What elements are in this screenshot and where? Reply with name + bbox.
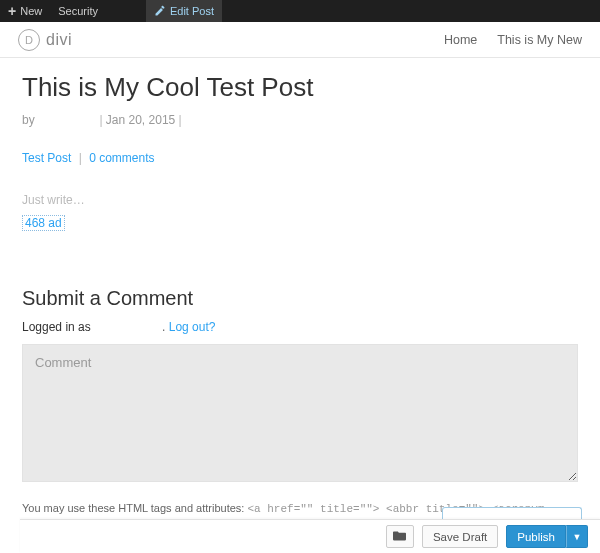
comments-heading: Submit a Comment xyxy=(22,287,578,310)
logo-text: divi xyxy=(46,31,72,49)
chevron-down-icon: ▼ xyxy=(573,532,582,542)
site-header: D divi Home This is My New xyxy=(0,22,600,58)
save-draft-button[interactable]: Save Draft xyxy=(422,525,498,548)
publish-options-caret[interactable]: ▼ xyxy=(566,525,588,548)
meta-by-label: by xyxy=(22,113,35,127)
comments-loggedin: Logged in as . Log out? xyxy=(22,320,578,334)
folder-icon xyxy=(393,529,406,544)
adminbar-new-label: New xyxy=(20,5,42,17)
plus-icon: + xyxy=(8,4,16,18)
meta-sep-2: | xyxy=(179,113,182,127)
loggedin-prefix: Logged in as xyxy=(22,320,91,334)
pencil-icon xyxy=(154,5,166,17)
media-button[interactable] xyxy=(386,525,414,548)
main-content: This is My Cool Test Post by | Jan 20, 2… xyxy=(0,58,600,553)
comment-textarea[interactable] xyxy=(22,344,578,482)
partial-button-outline xyxy=(442,507,582,519)
wp-admin-bar: + New Security Edit Post xyxy=(0,0,600,22)
post-body-placeholder: Just write… xyxy=(22,193,578,207)
ad-468[interactable]: 468 ad xyxy=(22,215,65,231)
adminbar-security[interactable]: Security xyxy=(50,0,106,22)
post-taxonomy-line: Test Post | 0 comments xyxy=(22,151,578,165)
publish-button[interactable]: Publish xyxy=(506,525,566,548)
loggedin-dot: . xyxy=(162,320,165,334)
nav-post[interactable]: This is My New xyxy=(497,33,582,47)
site-logo[interactable]: D divi xyxy=(18,29,72,51)
logo-icon: D xyxy=(18,29,40,51)
meta-sep: | xyxy=(99,113,102,127)
logout-link[interactable]: Log out? xyxy=(169,320,216,334)
nav-home[interactable]: Home xyxy=(444,33,477,47)
post-meta: by | Jan 20, 2015 | xyxy=(22,113,578,127)
publish-bar: Save Draft Publish ▼ xyxy=(20,519,600,553)
adminbar-security-label: Security xyxy=(58,5,98,17)
allowed-prefix: You may use these HTML tags and attribut… xyxy=(22,502,244,514)
tax-sep: | xyxy=(79,151,82,165)
adminbar-edit-label: Edit Post xyxy=(170,5,214,17)
post-comments-link[interactable]: 0 comments xyxy=(89,151,154,165)
adminbar-edit-post[interactable]: Edit Post xyxy=(146,0,222,22)
publish-button-group: Publish ▼ xyxy=(506,525,588,548)
adminbar-new[interactable]: + New xyxy=(0,0,50,22)
post-title: This is My Cool Test Post xyxy=(22,72,578,103)
meta-date: Jan 20, 2015 xyxy=(106,113,175,127)
primary-nav: Home This is My New xyxy=(444,33,582,47)
post-category-link[interactable]: Test Post xyxy=(22,151,71,165)
